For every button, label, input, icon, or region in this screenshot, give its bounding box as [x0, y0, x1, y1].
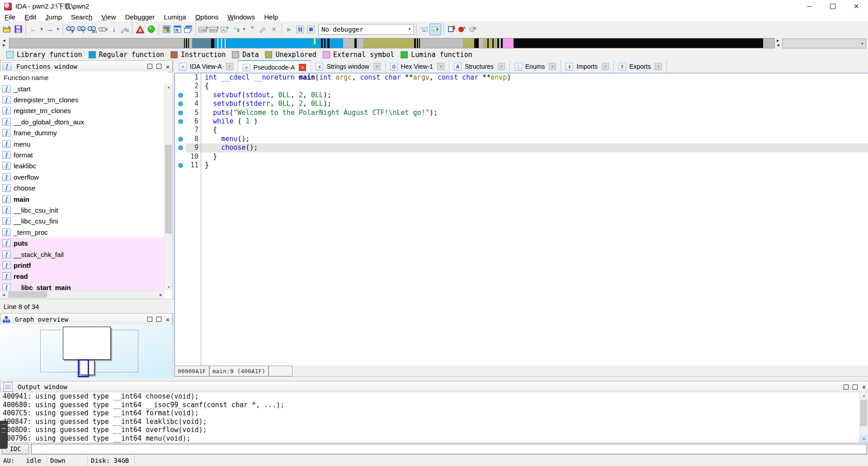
- tab-close-icon[interactable]: ×: [299, 64, 306, 71]
- scroll-down-icon[interactable]: ▼: [165, 283, 173, 290]
- search-next-icon[interactable]: [98, 24, 108, 35]
- function-row[interactable]: fformat: [0, 149, 165, 160]
- menu-item-search[interactable]: Search: [66, 13, 97, 21]
- functions-vscroll-thumb[interactable]: [165, 145, 172, 233]
- forward-history-dropdown-icon[interactable]: ▼: [55, 24, 61, 35]
- tab-close-icon[interactable]: ×: [498, 63, 505, 70]
- function-row[interactable]: fmain: [0, 194, 165, 204]
- output-log[interactable]: 400941: using guessed type __int64 choos…: [0, 392, 868, 443]
- output-vscroll-thumb[interactable]: [860, 400, 867, 426]
- tab-close-icon[interactable]: ×: [602, 63, 609, 70]
- gutter[interactable]: [175, 152, 186, 161]
- menu-item-jump[interactable]: Jump: [41, 13, 66, 21]
- debugger-stop-icon[interactable]: [306, 24, 316, 35]
- breakpoint-icon[interactable]: [178, 119, 183, 124]
- navband-zoom-selector[interactable]: ▼: [782, 38, 866, 48]
- edit-function-icon[interactable]: [258, 24, 269, 35]
- function-row[interactable]: fleaklibc: [0, 161, 165, 171]
- scroll-up-icon[interactable]: ▲: [860, 392, 868, 399]
- debugger-selector[interactable]: No debugger ▼: [318, 24, 414, 35]
- output-float-icon[interactable]: [850, 382, 859, 391]
- menu-item-file[interactable]: File: [0, 13, 20, 21]
- code-line[interactable]: 1int __cdecl __noreturn main(int argc, c…: [175, 73, 868, 82]
- tab-close-icon[interactable]: ×: [655, 63, 662, 70]
- output-maximize-icon[interactable]: [841, 382, 850, 391]
- menu-item-edit[interactable]: Edit: [20, 13, 41, 21]
- graph-overview-canvas[interactable]: [0, 324, 172, 378]
- menu-item-lumina[interactable]: Lumina: [159, 13, 190, 21]
- breakpoint-icon[interactable]: [178, 137, 183, 142]
- tab-structures[interactable]: AStructures×: [449, 60, 510, 73]
- function-row[interactable]: fputs: [0, 238, 165, 248]
- function-row[interactable]: fmenu: [0, 138, 165, 149]
- function-row[interactable]: foverflow: [0, 171, 165, 182]
- gutter[interactable]: [175, 82, 186, 90]
- breakpoint-gutter[interactable]: [175, 100, 186, 108]
- gutter[interactable]: [175, 126, 186, 134]
- minimize-button[interactable]: [797, 0, 821, 13]
- breakpoint-gutter[interactable]: [175, 117, 186, 126]
- debugger-selector-dropdown-icon[interactable]: ▼: [406, 24, 414, 34]
- output-close-icon[interactable]: ✕: [859, 382, 868, 391]
- graph-viewport-rect[interactable]: [78, 359, 89, 377]
- windows-cascade-icon[interactable]: [183, 24, 193, 35]
- functions-column-header[interactable]: Function name: [0, 71, 168, 84]
- breakpoint-icon[interactable]: [178, 93, 183, 98]
- code-line[interactable]: 5 puts("Welcome to the PolarNight August…: [175, 109, 868, 117]
- pseudocode-view[interactable]: 1int __cdecl __noreturn main(int argc, c…: [175, 73, 868, 366]
- back-history-dropdown-icon[interactable]: ▼: [39, 24, 44, 35]
- search-address-icon[interactable]: #: [65, 24, 76, 35]
- menu-item-debugger[interactable]: Debugger: [121, 13, 160, 21]
- code-line[interactable]: 7 {: [175, 126, 868, 134]
- navband-scroll-left-icon[interactable]: ◀▶: [1, 38, 7, 48]
- breakpoint-gutter[interactable]: [175, 161, 186, 170]
- string-type-dropdown-icon[interactable]: ▼: [241, 24, 247, 35]
- functions-vscrollbar[interactable]: ▲ ▼: [164, 83, 173, 290]
- add-breakpoint-icon[interactable]: +: [457, 24, 467, 35]
- maximize-button[interactable]: [821, 0, 844, 13]
- graph-float-icon[interactable]: [154, 315, 163, 324]
- colors-icon[interactable]: [161, 24, 172, 35]
- breakpoint-icon[interactable]: [178, 145, 183, 150]
- create-data-icon[interactable]: data+: [209, 24, 220, 35]
- code-line[interactable]: 8 menu();: [175, 135, 868, 143]
- code-line[interactable]: 3 setvbuf(stdout, 0LL, 2, 0LL);: [175, 91, 868, 100]
- functions-close-icon[interactable]: ✕: [163, 62, 172, 71]
- close-button[interactable]: ✕: [844, 0, 868, 13]
- open-file-icon[interactable]: [2, 24, 13, 35]
- create-struct-icon[interactable]: A+: [220, 24, 231, 35]
- tab-close-icon[interactable]: ×: [373, 63, 381, 70]
- breakpoint-gutter[interactable]: [175, 135, 186, 143]
- search-binary-icon[interactable]: 101: [87, 24, 98, 35]
- scroll-up-icon[interactable]: ▲: [165, 83, 173, 90]
- code-line[interactable]: 9 choose();: [175, 143, 868, 152]
- navband-scroll-right-icon[interactable]: ▶◀: [775, 38, 781, 48]
- function-row[interactable]: fread: [0, 271, 165, 282]
- breakpoint-icon[interactable]: [178, 110, 183, 115]
- cli-input[interactable]: [31, 444, 867, 454]
- scroll-right-icon[interactable]: ▶: [157, 291, 165, 299]
- delete-icon[interactable]: ×: [269, 24, 279, 35]
- menu-item-view[interactable]: View: [97, 13, 120, 21]
- attach-process-icon[interactable]: *c: [419, 24, 429, 35]
- scroll-down-icon[interactable]: ▼: [860, 435, 868, 442]
- breakpoint-icon[interactable]: [178, 101, 183, 106]
- tab-enums[interactable]: ⋮Enums×: [510, 60, 561, 73]
- functions-maximize-icon[interactable]: [145, 62, 154, 71]
- patch-lock-icon[interactable]: [119, 24, 130, 35]
- debugger-start-icon[interactable]: ▶: [284, 24, 295, 35]
- function-row[interactable]: f__do_global_dtors_aux: [0, 116, 165, 127]
- navigate-back-icon[interactable]: ←: [28, 24, 39, 35]
- function-row[interactable]: f_term_proc: [0, 227, 165, 238]
- code-line[interactable]: 10 }: [175, 152, 868, 161]
- tab-close-icon[interactable]: ×: [549, 63, 556, 70]
- function-row[interactable]: fframe_dummy: [0, 128, 165, 138]
- tab-ida-view[interactable]: ≡IDA View-A×: [175, 60, 238, 73]
- problems-icon[interactable]: A: [135, 24, 146, 35]
- tab-close-icon[interactable]: ×: [226, 63, 233, 70]
- gutter[interactable]: [175, 73, 186, 82]
- tab-close-icon[interactable]: ×: [437, 63, 444, 70]
- code-line[interactable]: 6 while ( 1 ): [175, 117, 868, 126]
- functions-hscrollbar[interactable]: ◀ ▶: [0, 290, 165, 299]
- scroll-left-icon[interactable]: ◀: [0, 291, 7, 299]
